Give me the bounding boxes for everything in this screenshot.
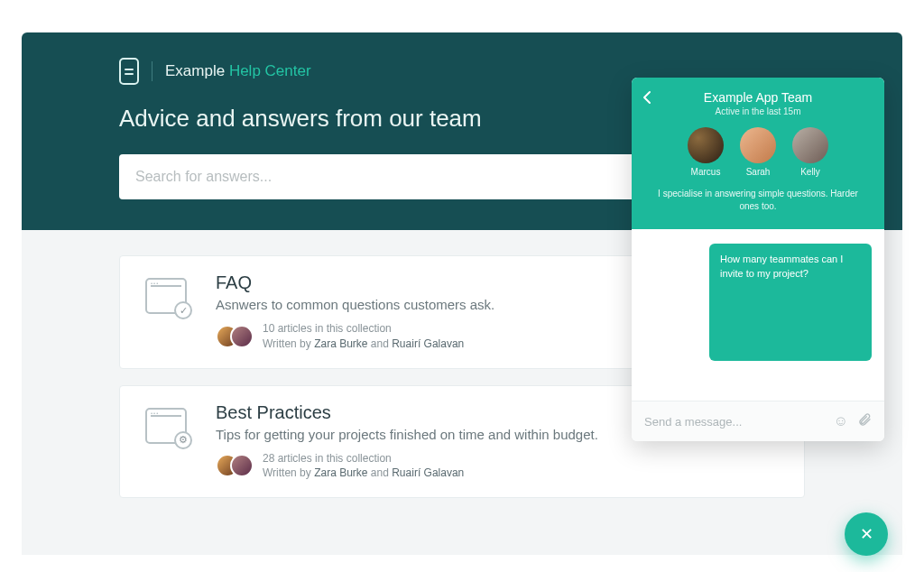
chevron-left-icon	[642, 90, 651, 105]
brand-title: Example Help Center	[165, 62, 311, 80]
avatar	[792, 127, 828, 163]
help-center-page: Example Help Center Advice and answers f…	[0, 0, 924, 572]
article-count: 28 articles in this collection	[263, 451, 464, 466]
avatar	[688, 127, 724, 163]
card-meta: 28 articles in this collection Written b…	[216, 451, 784, 482]
person-name: Marcus	[691, 167, 721, 177]
chat-blurb: I specialise in answering simple questio…	[646, 188, 870, 213]
chat-widget: Example App Team Active in the last 15m …	[632, 78, 884, 441]
window-check-icon: ••• ✓	[145, 278, 187, 314]
chat-input-row: ☺	[632, 401, 884, 441]
card-meta-text: 10 articles in this collection Written b…	[263, 321, 464, 352]
brand-logo-icon	[119, 58, 139, 85]
card-icon-col: ••• ✓	[140, 272, 192, 352]
author-avatars	[216, 454, 254, 477]
chat-title: Example App Team	[646, 90, 870, 105]
chat-people: Marcus Sarah Kelly	[646, 127, 870, 177]
chat-person: Sarah	[740, 127, 776, 177]
brand-name: Example	[165, 62, 225, 79]
chat-person: Kelly	[792, 127, 828, 177]
emoji-icon[interactable]: ☺	[834, 413, 848, 429]
chat-person: Marcus	[688, 127, 724, 177]
card-meta-text: 28 articles in this collection Written b…	[263, 451, 464, 482]
chat-body: How many teammates can I invite to my pr…	[632, 229, 884, 401]
close-icon: ✕	[860, 524, 873, 544]
author-avatars	[216, 325, 254, 348]
chat-subtitle: Active in the last 15m	[646, 106, 870, 116]
brand-suffix: Help Center	[229, 62, 311, 79]
attachment-icon[interactable]	[857, 412, 872, 430]
article-count: 10 articles in this collection	[263, 321, 464, 337]
person-name: Sarah	[746, 167, 771, 177]
avatar	[230, 325, 254, 348]
card-icon-col: ••• ⚙	[140, 402, 192, 482]
chat-close-fab[interactable]: ✕	[845, 512, 888, 556]
chat-input[interactable]	[644, 415, 825, 429]
chat-message-outgoing: How many teammates can I invite to my pr…	[709, 244, 872, 361]
avatar	[740, 127, 776, 163]
chat-header: Example App Team Active in the last 15m …	[632, 78, 884, 229]
check-badge-icon: ✓	[174, 301, 192, 319]
authors-line: Written by Zara Burke and Ruairí Galavan	[263, 466, 464, 481]
person-name: Kelly	[800, 167, 820, 177]
authors-line: Written by Zara Burke and Ruairí Galavan	[263, 337, 464, 352]
chat-back-button[interactable]	[642, 90, 651, 109]
avatar	[230, 454, 254, 477]
gear-badge-icon: ⚙	[174, 431, 192, 449]
brand-divider	[152, 61, 152, 81]
window-gear-icon: ••• ⚙	[145, 408, 187, 444]
